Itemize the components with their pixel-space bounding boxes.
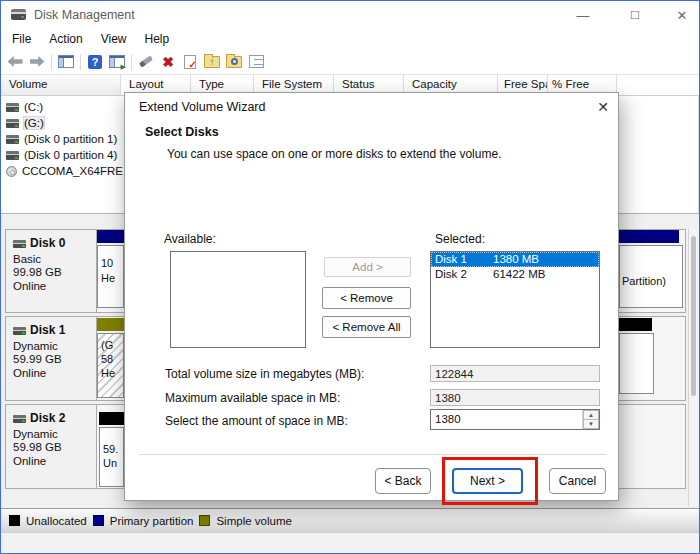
amount-label: Select the amount of space in MB: — [165, 414, 348, 428]
toolbar: ? ▶ ✖ ✓ ↑ — [1, 49, 699, 75]
window-title: Disk Management — [34, 8, 135, 22]
legend-simple-volume: Simple volume — [216, 515, 291, 527]
disk2-unallocated-fragment-left[interactable]: 59.Un — [99, 412, 124, 489]
properties-icon[interactable] — [245, 52, 267, 72]
spin-down-icon[interactable]: ▼ — [583, 420, 599, 430]
disk2-type: Dynamic — [13, 428, 96, 442]
disk1-label-panel[interactable]: Disk 1 Dynamic 59.99 GB Online — [6, 317, 97, 400]
selected-label: Selected: — [435, 232, 485, 246]
legend-primary-partition: Primary partition — [110, 515, 194, 527]
graph-scrollbar[interactable] — [688, 229, 697, 506]
amount-value[interactable]: 1380 — [435, 413, 461, 425]
max-space-field: 1380 — [430, 389, 600, 406]
available-label: Available: — [164, 232, 216, 246]
folder-search-icon[interactable] — [223, 52, 245, 72]
disk-drive-icon — [11, 9, 26, 20]
disk-icon — [6, 151, 19, 160]
tool-icon[interactable] — [135, 52, 157, 72]
disk-icon — [13, 327, 26, 335]
legend-unallocated: Unallocated — [26, 515, 87, 527]
dialog-subtitle: You can use space on one or more disks t… — [167, 147, 501, 161]
toolbar-separator — [80, 54, 81, 70]
help-icon[interactable]: ? — [84, 52, 106, 72]
remove-all-button[interactable]: < Remove All — [322, 316, 411, 338]
disk-management-window: Disk Management — ☐ ✕ File Action View H… — [0, 0, 700, 554]
primary-partition-strip — [619, 230, 679, 243]
folder-up-icon[interactable]: ↑ — [201, 52, 223, 72]
column-volume[interactable]: Volume — [1, 75, 121, 95]
disk1-status: Online — [13, 367, 96, 381]
disk1-size: 59.99 GB — [13, 353, 96, 367]
dialog-title: Extend Volume Wizard — [139, 100, 265, 114]
disk-icon — [6, 103, 19, 112]
disk-icon — [6, 135, 19, 144]
disk0-status: Online — [13, 280, 96, 294]
cancel-button[interactable]: Cancel — [549, 468, 606, 494]
disk-icon — [13, 415, 26, 423]
simple-volume-swatch — [199, 515, 210, 526]
disk0-type: Basic — [13, 253, 96, 267]
extend-volume-wizard-dialog: Extend Volume Wizard ✕ Select Disks You … — [124, 92, 619, 501]
disk0-partition-fragment-right[interactable]: Partition) — [619, 230, 683, 310]
forward-arrow-icon[interactable] — [26, 52, 48, 72]
titlebar: Disk Management — ☐ ✕ — [1, 1, 699, 29]
spin-up-icon[interactable]: ▲ — [583, 410, 599, 420]
menu-action[interactable]: Action — [40, 30, 91, 48]
dialog-close-icon[interactable]: ✕ — [591, 97, 615, 116]
disk-icon — [13, 240, 26, 248]
dialog-separator — [139, 454, 606, 456]
toolbar-separator — [51, 54, 52, 70]
delete-x-icon[interactable]: ✖ — [157, 52, 179, 72]
max-space-label: Maximum available space in MB: — [165, 391, 340, 405]
selected-item-disk2[interactable]: Disk 261422 MB — [431, 267, 599, 282]
total-size-field: 122844 — [430, 365, 600, 382]
dialog-heading: Select Disks — [145, 125, 219, 139]
disk0-size: 99.98 GB — [13, 266, 96, 280]
menu-view[interactable]: View — [92, 30, 136, 48]
status-bar — [1, 532, 699, 554]
amount-spinbox[interactable]: 1380 ▲ ▼ — [430, 409, 600, 430]
selected-listbox[interactable]: Disk 11380 MB Disk 261422 MB — [430, 251, 600, 348]
minimize-button[interactable]: — — [566, 3, 600, 27]
unallocated-strip — [99, 412, 124, 425]
scrollbar-thumb[interactable] — [691, 236, 696, 396]
disk2-label-panel[interactable]: Disk 2 Dynamic 59.98 GB Online — [6, 405, 97, 488]
back-button[interactable]: < Back — [375, 468, 431, 494]
disk2-size: 59.98 GB — [13, 441, 96, 455]
disk0-label-panel[interactable]: Disk 0 Basic 99.98 GB Online — [6, 230, 97, 312]
console-action-icon[interactable]: ▶ — [106, 52, 128, 72]
close-button[interactable]: ✕ — [665, 3, 699, 27]
cd-icon — [6, 166, 17, 177]
unallocated-swatch — [9, 515, 20, 526]
back-arrow-icon[interactable] — [4, 52, 26, 72]
add-button: Add > — [324, 257, 411, 277]
disk1-volume-fragment-left[interactable]: (G58He — [97, 318, 124, 400]
total-size-label: Total volume size in megabytes (MB): — [165, 367, 364, 381]
available-listbox[interactable] — [170, 251, 306, 348]
disk-icon — [6, 119, 19, 128]
disk1-unallocated-fragment-right[interactable] — [619, 318, 655, 397]
remove-button[interactable]: < Remove — [322, 287, 411, 309]
menubar: File Action View Help — [1, 29, 699, 49]
next-button[interactable]: Next > — [452, 468, 523, 494]
legend-bar: Unallocated Primary partition Simple vol… — [1, 508, 699, 532]
disk0-partition-fragment-left[interactable]: 10He — [97, 230, 124, 310]
unallocated-strip — [619, 318, 652, 331]
primary-partition-strip — [97, 230, 124, 243]
toolbar-separator — [131, 54, 132, 70]
maximize-button[interactable]: ☐ — [618, 3, 652, 27]
disk2-status: Online — [13, 455, 96, 469]
simple-volume-strip — [97, 318, 124, 331]
menu-file[interactable]: File — [3, 30, 40, 48]
selected-item-disk1[interactable]: Disk 11380 MB — [431, 252, 599, 267]
console-window-icon[interactable] — [55, 52, 77, 72]
column-empty — [617, 75, 699, 95]
checked-document-icon[interactable]: ✓ — [179, 52, 201, 72]
menu-help[interactable]: Help — [136, 30, 179, 48]
disk1-type: Dynamic — [13, 340, 96, 354]
primary-partition-swatch — [93, 515, 104, 526]
